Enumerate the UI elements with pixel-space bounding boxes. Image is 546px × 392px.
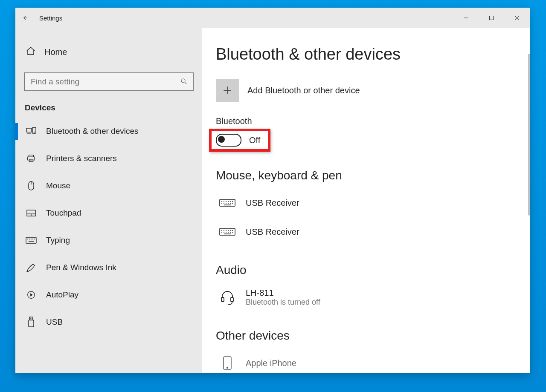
titlebar: Settings xyxy=(15,8,530,28)
sidebar-item-label: Touchpad xyxy=(46,208,81,218)
svg-line-5 xyxy=(185,82,186,84)
pen-icon xyxy=(26,263,37,272)
plus-icon xyxy=(222,85,233,96)
window-title: Settings xyxy=(34,14,62,22)
device-status: Bluetooth is turned off xyxy=(246,298,320,307)
bluetooth-toggle[interactable] xyxy=(216,134,241,147)
home-icon xyxy=(26,46,37,58)
svg-rect-26 xyxy=(29,317,33,320)
device-name: LH-811 xyxy=(246,288,320,298)
highlight-annotation: Off xyxy=(209,129,270,152)
sidebar-item-bluetooth[interactable]: Bluetooth & other devices xyxy=(15,118,202,145)
svg-point-4 xyxy=(181,79,185,83)
svg-rect-60 xyxy=(221,297,224,302)
sidebar-item-touchpad[interactable]: Touchpad xyxy=(15,199,202,227)
sidebar-item-label: Bluetooth & other devices xyxy=(46,127,139,136)
phone-icon xyxy=(218,356,236,370)
device-name: USB Receiver xyxy=(246,227,299,237)
sidebar-item-usb[interactable]: USB xyxy=(15,308,202,336)
section-audio: Audio xyxy=(216,263,518,277)
device-row[interactable]: Apple iPhone xyxy=(216,349,518,373)
autoplay-icon xyxy=(26,290,37,300)
home-link[interactable]: Home xyxy=(15,28,202,63)
sidebar-item-printers[interactable]: Printers & scanners xyxy=(15,145,202,172)
maximize-button[interactable] xyxy=(479,8,504,28)
device-name: USB Receiver xyxy=(246,198,299,208)
touchpad-icon xyxy=(26,209,37,217)
headset-icon xyxy=(218,290,236,305)
keyboard-icon xyxy=(26,237,37,244)
page-title: Bluetooth & other devices xyxy=(216,45,518,63)
scrollbar[interactable] xyxy=(528,54,530,216)
add-device-label: Add Bluetooth or other device xyxy=(247,86,360,95)
usb-icon xyxy=(26,317,37,328)
svg-point-63 xyxy=(227,367,228,369)
svg-rect-10 xyxy=(29,155,34,157)
device-row[interactable]: USB Receiver xyxy=(216,188,518,217)
mouse-icon xyxy=(26,181,37,191)
search-wrap xyxy=(15,63,202,91)
minimize-button[interactable] xyxy=(453,8,479,28)
sidebar-item-label: Typing xyxy=(46,236,70,245)
sidebar-item-label: Pen & Windows Ink xyxy=(46,263,116,272)
keyboard-icon xyxy=(218,227,236,237)
svg-rect-61 xyxy=(231,297,233,302)
minimize-icon xyxy=(463,15,468,20)
devices-icon xyxy=(26,127,37,135)
plus-tile xyxy=(216,79,239,102)
search-icon xyxy=(180,78,188,87)
svg-rect-27 xyxy=(29,320,34,327)
bluetooth-toggle-block: Bluetooth Off xyxy=(216,116,518,152)
device-row[interactable]: LH-811 Bluetooth is turned off xyxy=(216,283,518,312)
main-content: Bluetooth & other devices Add Bluetooth … xyxy=(202,28,530,373)
back-button[interactable] xyxy=(15,8,34,28)
printer-icon xyxy=(26,154,37,163)
search-input[interactable] xyxy=(24,72,194,91)
window-controls xyxy=(453,8,530,28)
home-label: Home xyxy=(44,47,67,57)
svg-rect-18 xyxy=(26,237,36,243)
sidebar: Home Devices Bluetooth & other devices xyxy=(15,28,202,373)
device-row[interactable]: USB Receiver xyxy=(216,217,518,246)
svg-rect-12 xyxy=(29,159,33,162)
section-other-devices: Other devices xyxy=(216,329,518,343)
bluetooth-toggle-state: Off xyxy=(249,135,260,145)
sidebar-item-mouse[interactable]: Mouse xyxy=(15,172,202,199)
sidebar-item-autoplay[interactable]: AutoPlay xyxy=(15,281,202,308)
svg-rect-1 xyxy=(490,16,494,20)
maximize-icon xyxy=(489,15,494,20)
section-mouse-keyboard-pen: Mouse, keyboard & pen xyxy=(216,169,518,182)
sidebar-item-typing[interactable]: Typing xyxy=(15,227,202,254)
bluetooth-label: Bluetooth xyxy=(216,116,518,126)
sidebar-item-label: Printers & scanners xyxy=(46,154,117,163)
sidebar-item-pen[interactable]: Pen & Windows Ink xyxy=(15,254,202,281)
close-icon xyxy=(514,15,520,20)
svg-rect-6 xyxy=(26,128,32,132)
settings-window: Settings Home xyxy=(15,8,530,373)
sidebar-item-label: AutoPlay xyxy=(46,290,78,300)
add-device-button[interactable]: Add Bluetooth or other device xyxy=(216,79,518,102)
close-button[interactable] xyxy=(504,8,530,28)
toggle-knob xyxy=(218,136,225,143)
keyboard-icon xyxy=(218,198,236,208)
sidebar-item-label: Mouse xyxy=(46,181,70,190)
svg-rect-11 xyxy=(28,157,35,160)
svg-point-8 xyxy=(34,132,34,132)
device-name: Apple iPhone xyxy=(246,358,296,368)
sidebar-category: Devices xyxy=(15,91,202,118)
arrow-left-icon xyxy=(21,14,29,22)
sidebar-item-label: USB xyxy=(46,317,63,327)
